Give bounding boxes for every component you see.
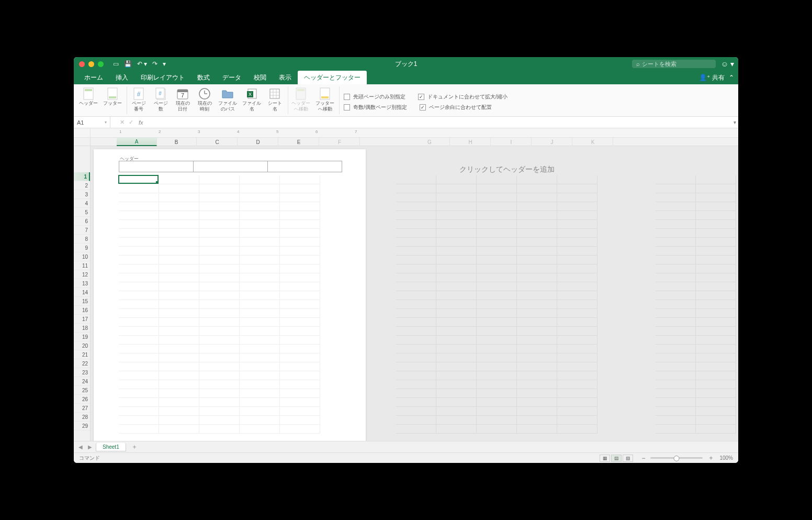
search-input[interactable]: [642, 61, 712, 67]
sheet-name-button[interactable]: シート 名: [264, 86, 285, 113]
row-header-18[interactable]: 18: [74, 324, 90, 333]
tab-formulas[interactable]: 数式: [191, 71, 216, 84]
sheet-tab-1[interactable]: Sheet1: [96, 443, 126, 451]
go-to-footer-button[interactable]: フッター へ移動: [313, 86, 336, 113]
maximize-window-button[interactable]: [98, 61, 104, 67]
row-header-22[interactable]: 22: [74, 359, 90, 368]
header-left-box[interactable]: [119, 161, 194, 172]
autosave-icon[interactable]: ▭: [113, 60, 119, 68]
undo-icon[interactable]: ↶ ▾: [137, 60, 147, 68]
row-header-7[interactable]: 7: [74, 226, 90, 235]
row-header-4[interactable]: 4: [74, 199, 90, 208]
scale-with-document-checkbox[interactable]: ✓ドキュメントに合わせて拡大/縮小: [418, 93, 508, 101]
header-edit-region[interactable]: [119, 161, 342, 172]
row-header-14[interactable]: 14: [74, 288, 90, 297]
row-header-12[interactable]: 12: [74, 270, 90, 279]
redo-icon[interactable]: ↷: [152, 60, 157, 68]
normal-view-button[interactable]: ▦: [600, 455, 610, 462]
zoom-slider[interactable]: [650, 457, 703, 459]
row-header-2[interactable]: 2: [74, 181, 90, 190]
file-name-button[interactable]: X ファイル 名: [240, 86, 263, 113]
row-header-28[interactable]: 28: [74, 413, 90, 422]
row-header-27[interactable]: 27: [74, 404, 90, 413]
row-header-5[interactable]: 5: [74, 208, 90, 217]
row-header-9[interactable]: 9: [74, 244, 90, 252]
column-header-B[interactable]: B: [156, 138, 197, 146]
enter-formula-icon[interactable]: ✓: [129, 119, 133, 126]
row-header-25[interactable]: 25: [74, 386, 90, 395]
tab-insert[interactable]: 挿入: [109, 71, 134, 84]
select-all-corner[interactable]: [74, 138, 91, 146]
row-header-8[interactable]: 8: [74, 235, 90, 244]
row-header-20[interactable]: 20: [74, 341, 90, 350]
page-break-view-button[interactable]: ▧: [623, 455, 633, 462]
sheet-canvas[interactable]: ヘッダー クリックしてヘッダーを追加 クリックしてデータを追加 クリックしてデー: [91, 146, 738, 441]
column-header-G[interactable]: G: [410, 138, 450, 146]
tab-view[interactable]: 表示: [273, 71, 298, 84]
column-header-E[interactable]: E: [279, 138, 319, 146]
row-header-29[interactable]: 29: [74, 422, 90, 430]
row-header-16[interactable]: 16: [74, 306, 90, 315]
sheet-nav-next[interactable]: ▶: [86, 444, 94, 450]
page-layout-view-button[interactable]: ▤: [611, 455, 622, 462]
footer-button[interactable]: フッター: [101, 86, 124, 107]
page-number-button[interactable]: # ページ 番号: [128, 86, 149, 113]
search-box[interactable]: ⌕: [632, 60, 716, 68]
header-center-box[interactable]: [193, 161, 268, 172]
fx-label[interactable]: fx: [139, 119, 143, 126]
row-header-24[interactable]: 24: [74, 377, 90, 386]
align-with-margins-checkbox[interactable]: ✓ページ余白に合わせて配置: [420, 104, 492, 111]
row-header-10[interactable]: 10: [74, 252, 90, 261]
row-header-19[interactable]: 19: [74, 333, 90, 341]
row-header-3[interactable]: 3: [74, 190, 90, 199]
go-to-header-button[interactable]: ヘッダー へ移動: [289, 86, 312, 113]
header-right-box[interactable]: [267, 161, 342, 172]
save-icon[interactable]: 💾: [124, 60, 132, 68]
row-header-15[interactable]: 15: [74, 297, 90, 306]
qat-customize-icon[interactable]: ▾: [163, 60, 166, 68]
feedback-icon[interactable]: ☺ ▾: [721, 60, 734, 68]
row-header-21[interactable]: 21: [74, 350, 90, 359]
column-header-C[interactable]: C: [197, 138, 238, 146]
row-header-23[interactable]: 23: [74, 368, 90, 377]
zoom-out-button[interactable]: −: [639, 455, 647, 462]
column-header-A[interactable]: A: [117, 138, 157, 146]
row-header-17[interactable]: 17: [74, 315, 90, 324]
minimize-window-button[interactable]: [88, 61, 94, 67]
share-button[interactable]: 👤⁺ 共有: [699, 73, 725, 82]
row-header-1[interactable]: 1: [74, 172, 90, 181]
page-count-button[interactable]: # ページ 数: [150, 86, 171, 113]
name-box[interactable]: A1▾: [74, 117, 110, 128]
odd-even-different-checkbox[interactable]: 奇数/偶数ページ別指定: [344, 104, 407, 111]
collapse-ribbon-icon[interactable]: ⌃: [729, 74, 734, 81]
header-prompt-page-2[interactable]: クリックしてヘッダーを追加: [371, 149, 643, 174]
column-header-D[interactable]: D: [238, 138, 278, 146]
expand-formula-bar[interactable]: ▾: [731, 119, 738, 125]
row-header-13[interactable]: 13: [74, 279, 90, 288]
column-header-I[interactable]: I: [491, 138, 532, 146]
tab-page-layout[interactable]: 印刷レイアウト: [134, 71, 191, 84]
header-button[interactable]: ヘッダー: [77, 86, 100, 107]
formula-input[interactable]: [143, 117, 731, 128]
tab-home[interactable]: ホーム: [78, 71, 109, 84]
column-header-F[interactable]: F: [320, 138, 360, 146]
file-path-button[interactable]: ファイル のパス: [216, 86, 239, 113]
row-header-11[interactable]: 11: [74, 261, 90, 270]
tab-header-footer[interactable]: ヘッダーとフッター: [298, 71, 367, 84]
current-time-button[interactable]: 現在の 時刻: [194, 86, 215, 113]
add-sheet-button[interactable]: ＋: [128, 442, 141, 451]
sheet-nav-prev[interactable]: ◀: [77, 444, 84, 450]
column-header-K[interactable]: K: [573, 138, 613, 146]
column-header-J[interactable]: J: [532, 138, 572, 146]
tab-data[interactable]: データ: [216, 71, 247, 84]
first-page-different-checkbox[interactable]: 先頭ページのみ別指定: [344, 93, 405, 101]
row-header-26[interactable]: 26: [74, 395, 90, 404]
column-header-H[interactable]: H: [450, 138, 491, 146]
cancel-formula-icon[interactable]: ✕: [120, 119, 125, 126]
close-window-button[interactable]: [79, 61, 85, 67]
tab-review[interactable]: 校閲: [247, 71, 273, 84]
svg-text:#: #: [159, 91, 162, 96]
current-date-button[interactable]: 7 現在の 日付: [172, 86, 193, 113]
zoom-in-button[interactable]: ＋: [706, 453, 716, 462]
row-header-6[interactable]: 6: [74, 217, 90, 226]
